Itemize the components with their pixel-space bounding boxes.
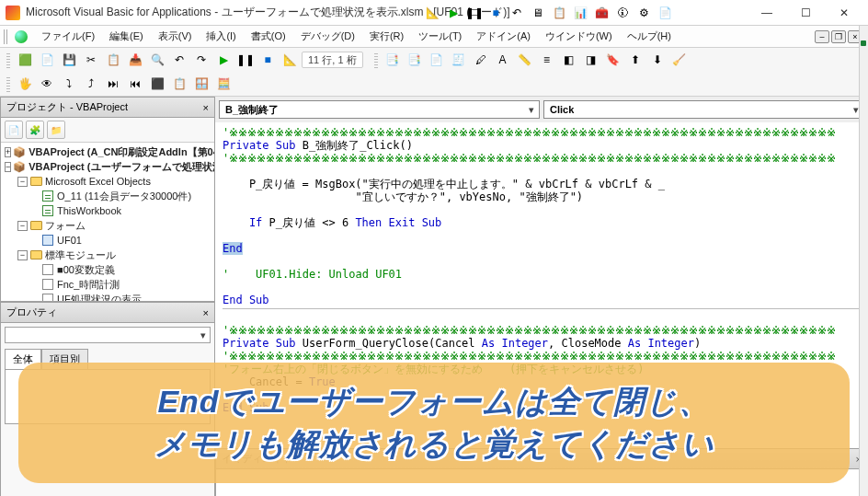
tb-e10[interactable]: ◨ (581, 50, 601, 70)
app-icon (6, 6, 20, 20)
db-b1[interactable]: 🖐 (15, 74, 35, 94)
properties-close-icon[interactable]: × (203, 307, 209, 318)
db-b6[interactable]: ⏮ (125, 74, 145, 94)
db-b10[interactable]: 🧮 (213, 74, 234, 94)
db-b2[interactable]: 👁 (37, 74, 57, 94)
mdi-minimize[interactable]: – (815, 30, 829, 43)
view-object-button[interactable]: 🧩 (26, 121, 44, 139)
menu-edit[interactable]: 編集(E) (103, 27, 150, 46)
qt-stop[interactable]: ■ (485, 3, 506, 23)
tb-undo[interactable]: ↶ (169, 50, 189, 70)
qt-b5[interactable]: 🧰 (591, 3, 611, 23)
menubar: ファイル(F) 編集(E) 表示(V) 挿入(I) 書式(O) デバッグ(D) … (0, 26, 868, 48)
tb-run[interactable]: ▶ (213, 50, 234, 70)
object-dropdown[interactable]: B_強制終了 (219, 100, 540, 119)
qt-b1[interactable]: ↶ (507, 3, 527, 23)
tb-e2[interactable]: 📑 (405, 50, 425, 70)
toggle-folders-button[interactable]: 📁 (47, 121, 65, 139)
tb-e4[interactable]: 🧾 (449, 50, 469, 70)
tb-e6[interactable]: A (493, 50, 513, 70)
qt-btn[interactable]: 📐 (422, 3, 442, 23)
tb-e12[interactable]: ⬆ (625, 50, 645, 70)
procedure-dropdown[interactable]: Click (543, 100, 864, 119)
tb-view-excel[interactable]: 🟩 (15, 50, 35, 70)
tb-e9[interactable]: ◧ (559, 50, 579, 70)
tb-e7[interactable]: 📏 (515, 50, 535, 70)
tb-e11[interactable]: 🔖 (603, 50, 623, 70)
close-button[interactable]: ✕ (826, 2, 862, 24)
project-tree[interactable]: +📦VBAProject (A_CN印刷設定AddIn【第048版 −📦VBAP… (1, 143, 214, 301)
excel-return-icon[interactable] (15, 30, 28, 43)
tb-paste[interactable]: 📥 (125, 50, 145, 70)
view-code-button[interactable]: 📄 (5, 121, 23, 139)
mdi-restore[interactable]: ❐ (831, 30, 846, 43)
tb-e13[interactable]: ⬇ (647, 50, 668, 70)
menu-file[interactable]: ファイル(F) (35, 27, 101, 46)
excel-color-mark (861, 40, 866, 46)
qt-b8[interactable]: 📄 (655, 3, 675, 23)
properties-object-dropdown[interactable] (5, 327, 211, 343)
project-close-icon[interactable]: × (203, 102, 209, 113)
menu-format[interactable]: 書式(O) (245, 27, 292, 46)
maximize-button[interactable]: ☐ (787, 2, 824, 24)
tb-find[interactable]: 🔍 (147, 50, 167, 70)
tb-break[interactable]: ❚❚ (235, 50, 256, 70)
project-explorer: プロジェクト - VBAProject× 📄 🧩 📁 +📦VBAProject … (0, 97, 215, 302)
minimize-button[interactable]: — (748, 2, 785, 24)
qt-b2[interactable]: 🖥 (528, 3, 548, 23)
qt-b7[interactable]: ⚙ (634, 3, 654, 23)
tb-design[interactable]: 📐 (280, 50, 300, 70)
qt-b3[interactable]: 📋 (549, 3, 569, 23)
db-b3[interactable]: ⤵ (59, 74, 79, 94)
debug-toolbar: 🖐 👁 ⤵ ⤴ ⏭ ⏮ ⬛ 📋 🪟 🧮 (0, 72, 868, 96)
menu-view[interactable]: 表示(V) (152, 27, 199, 46)
properties-title: プロパティ (6, 306, 57, 319)
tb-save[interactable]: 💾 (59, 50, 79, 70)
line-col-status: 11 行, 1 桁 (302, 52, 363, 68)
tb-cut[interactable]: ✂ (81, 50, 101, 70)
project-explorer-title: プロジェクト - VBAProject (6, 100, 128, 114)
tb-e8[interactable]: ≡ (537, 50, 557, 70)
tb-copy[interactable]: 📋 (103, 50, 123, 70)
menu-run[interactable]: 実行(R) (363, 27, 410, 46)
standard-toolbar: 🟩 📄 💾 ✂ 📋 📥 🔍 ↶ ↷ ▶ ❚❚ ■ 📐 11 行, 1 桁 📑 📑… (0, 48, 868, 72)
excel-window-edge (859, 26, 868, 496)
tb-redo[interactable]: ↷ (191, 50, 211, 70)
menu-window[interactable]: ウインドウ(W) (539, 27, 619, 46)
caption-line-2: メモリも解放されると覚えてください (154, 423, 714, 466)
db-b8[interactable]: 📋 (169, 74, 189, 94)
tb-e14[interactable]: 🧹 (669, 50, 690, 70)
caption-overlay: Endでユーザーフォームは全て閉じ、 メモリも解放されると覚えてください (18, 363, 850, 483)
tb-e3[interactable]: 📄 (427, 50, 447, 70)
tb-e1[interactable]: 📑 (383, 50, 403, 70)
menu-debug[interactable]: デバッグ(D) (294, 27, 361, 46)
qt-b4[interactable]: 📊 (570, 3, 590, 23)
db-b4[interactable]: ⤴ (81, 74, 101, 94)
tb-insert[interactable]: 📄 (37, 50, 57, 70)
db-b7[interactable]: ⬛ (147, 74, 167, 94)
qt-b6[interactable]: 🛈 (612, 3, 633, 23)
quick-toolbar: 📐 ▶ ❚❚ ■ ↶ 🖥 📋 📊 🧰 🛈 ⚙ 📄 (422, 3, 675, 23)
menu-tools[interactable]: ツール(T) (412, 27, 468, 46)
menu-addins[interactable]: アドイン(A) (470, 27, 537, 46)
caption-line-1: Endでユーザーフォームは全て閉じ、 (157, 381, 710, 423)
qt-pause[interactable]: ❚❚ (464, 3, 485, 23)
db-b9[interactable]: 🪟 (191, 74, 211, 94)
menu-insert[interactable]: 挿入(I) (200, 27, 242, 46)
menu-help[interactable]: ヘルプ(H) (621, 27, 678, 46)
db-b5[interactable]: ⏭ (103, 74, 123, 94)
qt-run[interactable]: ▶ (443, 3, 463, 23)
tb-reset[interactable]: ■ (257, 50, 278, 70)
tb-e5[interactable]: 🖊 (471, 50, 491, 70)
